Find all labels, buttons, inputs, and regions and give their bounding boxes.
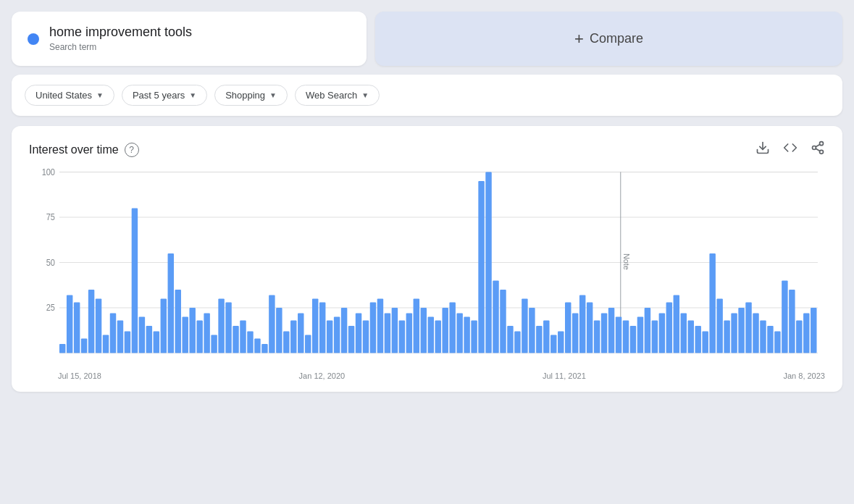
svg-rect-68 [428, 316, 434, 353]
search-type-filter-label: Web Search [306, 90, 357, 101]
svg-rect-74 [471, 320, 477, 353]
svg-rect-70 [442, 308, 448, 353]
svg-rect-75 [478, 181, 484, 353]
compare-card[interactable]: + Compare [375, 12, 842, 66]
svg-rect-107 [709, 253, 715, 353]
svg-rect-72 [456, 313, 462, 353]
svg-rect-121 [811, 308, 816, 353]
download-icon[interactable] [755, 140, 770, 159]
x-label-3: Jan 8, 2023 [783, 371, 825, 380]
svg-rect-48 [283, 331, 289, 353]
svg-rect-31 [161, 299, 167, 353]
chart-title-area: Interest over time ? [29, 143, 139, 157]
svg-rect-86 [558, 331, 564, 353]
svg-rect-25 [117, 320, 123, 353]
x-label-2: Jul 11, 2021 [543, 371, 586, 380]
interest-chart: 255075100Note [29, 166, 825, 369]
svg-rect-62 [385, 313, 390, 353]
svg-rect-21 [88, 290, 94, 353]
svg-rect-115 [767, 326, 773, 353]
location-chevron-icon: ▼ [96, 91, 104, 99]
svg-rect-101 [666, 303, 672, 353]
svg-rect-58 [356, 313, 361, 353]
svg-rect-92 [601, 313, 607, 353]
svg-line-4 [816, 148, 820, 151]
chart-actions [755, 140, 825, 159]
chart-title: Interest over time [29, 143, 119, 156]
search-term-card: home improvement tools Search term [12, 12, 367, 66]
svg-rect-111 [738, 308, 744, 353]
category-filter-label: Shopping [225, 90, 265, 101]
svg-rect-113 [753, 313, 758, 353]
svg-line-5 [816, 144, 820, 146]
help-icon[interactable]: ? [125, 143, 139, 157]
svg-rect-84 [543, 320, 549, 353]
svg-text:100: 100 [42, 168, 55, 177]
search-type-chevron-icon: ▼ [361, 91, 369, 99]
search-dot [28, 33, 39, 45]
svg-rect-33 [175, 290, 181, 353]
svg-rect-83 [536, 326, 542, 353]
svg-rect-66 [414, 299, 419, 353]
x-label-0: Jul 15, 2018 [58, 371, 101, 380]
svg-rect-98 [645, 308, 650, 353]
svg-rect-73 [464, 316, 469, 353]
time-filter[interactable]: Past 5 years ▼ [122, 85, 207, 106]
svg-rect-55 [334, 316, 340, 353]
svg-rect-104 [688, 320, 694, 353]
share-icon[interactable] [811, 140, 825, 159]
search-type-filter[interactable]: Web Search ▼ [295, 85, 380, 106]
embed-icon[interactable] [783, 140, 798, 159]
svg-rect-26 [125, 331, 130, 353]
svg-rect-93 [608, 308, 614, 353]
svg-rect-61 [377, 299, 383, 353]
svg-rect-27 [132, 209, 138, 353]
svg-rect-87 [565, 303, 571, 353]
svg-rect-49 [290, 320, 296, 353]
x-axis-labels: Jul 15, 2018 Jan 12, 2020 Jul 11, 2021 J… [29, 371, 825, 380]
svg-rect-105 [695, 326, 700, 353]
svg-rect-82 [529, 308, 535, 353]
svg-rect-96 [630, 326, 636, 353]
chart-header: Interest over time ? [29, 140, 825, 159]
svg-rect-51 [305, 335, 311, 353]
svg-rect-89 [579, 295, 585, 353]
svg-rect-80 [514, 331, 520, 353]
svg-rect-59 [363, 320, 369, 353]
svg-text:75: 75 [46, 213, 55, 222]
svg-rect-45 [261, 344, 267, 353]
svg-rect-34 [182, 316, 188, 353]
svg-rect-17 [59, 344, 65, 353]
svg-rect-50 [298, 313, 303, 353]
svg-rect-109 [724, 320, 729, 353]
svg-rect-28 [139, 316, 145, 353]
svg-rect-95 [623, 320, 629, 353]
svg-rect-30 [154, 331, 159, 353]
svg-rect-78 [500, 290, 506, 353]
svg-rect-36 [196, 320, 202, 353]
svg-rect-120 [803, 313, 809, 353]
svg-rect-39 [218, 299, 224, 353]
svg-rect-117 [782, 281, 787, 353]
svg-rect-35 [189, 308, 195, 353]
search-term-title: home improvement tools [49, 25, 192, 40]
svg-rect-41 [233, 326, 238, 353]
time-chevron-icon: ▼ [189, 91, 196, 99]
location-filter[interactable]: United States ▼ [25, 85, 114, 106]
svg-rect-100 [659, 313, 665, 353]
svg-rect-79 [507, 326, 513, 353]
svg-rect-81 [522, 299, 527, 353]
svg-rect-22 [96, 299, 101, 353]
location-filter-label: United States [35, 90, 92, 101]
category-filter[interactable]: Shopping ▼ [214, 85, 288, 106]
svg-rect-20 [81, 338, 87, 353]
svg-rect-60 [370, 303, 376, 353]
svg-text:25: 25 [46, 303, 55, 312]
svg-text:50: 50 [46, 258, 55, 266]
svg-rect-76 [485, 172, 491, 353]
svg-rect-40 [225, 303, 231, 353]
svg-rect-119 [796, 320, 802, 353]
svg-rect-114 [760, 320, 766, 353]
svg-rect-85 [551, 335, 556, 353]
svg-rect-108 [716, 299, 722, 353]
